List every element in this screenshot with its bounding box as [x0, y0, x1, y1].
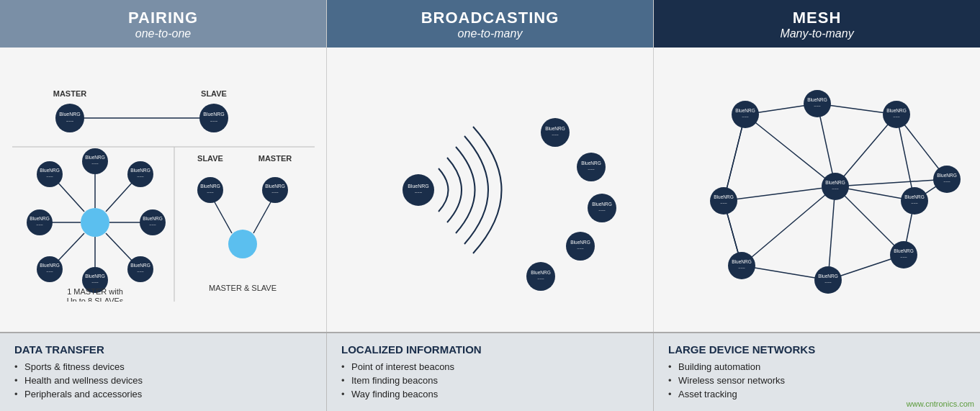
- svg-text:BlueNRG: BlueNRG: [130, 263, 150, 268]
- broadcasting-title: BROADCASTING: [334, 9, 646, 27]
- svg-text:BlueNRG: BlueNRG: [85, 274, 104, 279]
- svg-text:SLAVE: SLAVE: [197, 154, 223, 163]
- svg-line-56: [253, 201, 271, 233]
- list-item: Sports & fitness devices: [14, 360, 312, 374]
- svg-text:BlueNRG: BlueNRG: [408, 184, 429, 189]
- svg-text:~~~: ~~~: [537, 276, 544, 281]
- svg-text:~~~: ~~~: [36, 222, 43, 227]
- column-broadcasting: BROADCASTING one-to-many BlueNRG ~~~: [327, 0, 654, 332]
- svg-text:~~~: ~~~: [46, 269, 53, 274]
- watermark: www.cntronics.com: [907, 399, 974, 408]
- svg-text:BlueNRG: BlueNRG: [581, 161, 601, 166]
- svg-line-86: [835, 114, 896, 186]
- mesh-header: MESH Many-to-many: [654, 0, 980, 48]
- pairing-diagram: MASTER SLAVE BlueNRG ~~~ BlueNRG ~~~: [0, 48, 326, 332]
- svg-text:~~~: ~~~: [210, 119, 217, 123]
- list-item: Building automation: [668, 360, 966, 374]
- bottom-col-networks: LARGE DEVICE NETWORKS Building automatio…: [654, 333, 980, 411]
- svg-point-6: [199, 104, 228, 132]
- svg-text:BlueNRG: BlueNRG: [203, 112, 225, 117]
- svg-point-54: [228, 230, 257, 258]
- svg-text:BlueNRG: BlueNRG: [592, 202, 611, 207]
- svg-text:~~~: ~~~: [832, 186, 839, 191]
- svg-text:BlueNRG: BlueNRG: [886, 108, 906, 113]
- list-item: Item finding beacons: [341, 374, 639, 387]
- svg-text:~~~: ~~~: [137, 269, 144, 274]
- svg-line-55: [214, 201, 232, 233]
- svg-text:BlueNRG: BlueNRG: [714, 194, 733, 199]
- svg-text:MASTER: MASTER: [53, 89, 86, 98]
- svg-text:BlueNRG: BlueNRG: [807, 97, 827, 102]
- svg-text:~~~: ~~~: [900, 255, 907, 259]
- svg-text:~~~: ~~~: [149, 222, 156, 227]
- svg-line-88: [724, 186, 835, 201]
- svg-text:~~~: ~~~: [893, 114, 900, 119]
- pairing-title: PAIRING: [7, 9, 319, 27]
- mesh-subtitle: Many-to-many: [661, 27, 973, 40]
- svg-line-90: [742, 186, 835, 266]
- svg-text:BlueNRG: BlueNRG: [894, 248, 913, 253]
- bottom-col-data-transfer: DATA TRANSFER Sports & fitness devices H…: [0, 333, 327, 411]
- svg-text:1 MASTER with: 1 MASTER with: [67, 287, 123, 296]
- svg-point-10: [81, 208, 109, 237]
- svg-text:BlueNRG: BlueNRG: [40, 263, 59, 268]
- svg-text:BlueNRG: BlueNRG: [30, 216, 49, 221]
- svg-line-23: [106, 233, 133, 262]
- svg-text:~~~: ~~~: [720, 201, 727, 205]
- bottom-section: DATA TRANSFER Sports & fitness devices H…: [0, 332, 980, 411]
- svg-text:~~~: ~~~: [943, 179, 950, 184]
- svg-text:BlueNRG: BlueNRG: [937, 173, 956, 178]
- svg-line-93: [828, 186, 835, 280]
- svg-text:~~~: ~~~: [598, 208, 606, 212]
- svg-text:BlueNRG: BlueNRG: [735, 108, 755, 113]
- svg-line-15: [106, 181, 133, 212]
- pairing-subtitle: one-to-one: [7, 27, 319, 40]
- main-container: PAIRING one-to-one MASTER SLAVE BlueNRG …: [0, 0, 980, 411]
- svg-text:BlueNRG: BlueNRG: [265, 184, 284, 189]
- svg-text:~~~: ~~~: [137, 174, 144, 179]
- networks-list: Building automation Wireless sensor netw…: [668, 360, 966, 401]
- svg-text:BlueNRG: BlueNRG: [85, 155, 104, 160]
- svg-text:SLAVE: SLAVE: [201, 89, 227, 98]
- svg-line-92: [835, 179, 947, 186]
- broadcasting-subtitle: one-to-many: [334, 27, 646, 40]
- broadcasting-diagram: BlueNRG ~~~ BlueNRG ~~~ BlueNRG: [327, 48, 653, 332]
- svg-text:~~~: ~~~: [577, 246, 584, 250]
- svg-text:~~~: ~~~: [207, 190, 214, 194]
- svg-text:MASTER: MASTER: [258, 154, 292, 163]
- list-item: Peripherals and accessories: [14, 387, 312, 401]
- svg-text:~~~: ~~~: [738, 266, 745, 270]
- column-pairing: PAIRING one-to-one MASTER SLAVE BlueNRG …: [0, 0, 327, 332]
- svg-line-39: [57, 181, 84, 212]
- svg-line-31: [57, 233, 84, 262]
- svg-text:BlueNRG: BlueNRG: [40, 168, 59, 173]
- svg-text:BlueNRG: BlueNRG: [818, 274, 837, 279]
- localized-list: Point of interest beacons Item finding b…: [341, 360, 639, 401]
- svg-text:~~~: ~~~: [414, 190, 422, 194]
- svg-text:BlueNRG: BlueNRG: [59, 112, 81, 117]
- svg-text:~~~: ~~~: [742, 114, 749, 119]
- svg-text:~~~: ~~~: [911, 201, 918, 205]
- svg-text:~~~: ~~~: [271, 190, 279, 194]
- bottom-col-localized: LOCALIZED INFORMATION Point of interest …: [327, 333, 654, 411]
- svg-text:BlueNRG: BlueNRG: [200, 184, 220, 189]
- svg-text:BlueNRG: BlueNRG: [531, 270, 550, 275]
- svg-text:BlueNRG: BlueNRG: [904, 194, 924, 199]
- svg-text:~~~: ~~~: [91, 280, 99, 284]
- svg-text:BlueNRG: BlueNRG: [143, 216, 162, 221]
- svg-text:BlueNRG: BlueNRG: [545, 126, 565, 131]
- column-mesh: MESH Many-to-many: [654, 0, 980, 332]
- svg-text:~~~: ~~~: [91, 161, 99, 166]
- list-item: Wireless sensor networks: [668, 374, 966, 387]
- list-item: Way finding beacons: [341, 387, 639, 401]
- svg-text:~~~: ~~~: [824, 280, 832, 284]
- top-section: PAIRING one-to-one MASTER SLAVE BlueNRG …: [0, 0, 980, 332]
- svg-text:~~~: ~~~: [66, 119, 73, 123]
- list-item: Point of interest beacons: [341, 360, 639, 374]
- mesh-title: MESH: [661, 9, 973, 27]
- svg-text:MASTER & SLAVE: MASTER & SLAVE: [209, 284, 277, 292]
- data-transfer-list: Sports & fitness devices Health and well…: [14, 360, 312, 401]
- svg-point-3: [55, 104, 84, 132]
- svg-text:~~~: ~~~: [46, 174, 53, 179]
- data-transfer-title: DATA TRANSFER: [14, 343, 312, 356]
